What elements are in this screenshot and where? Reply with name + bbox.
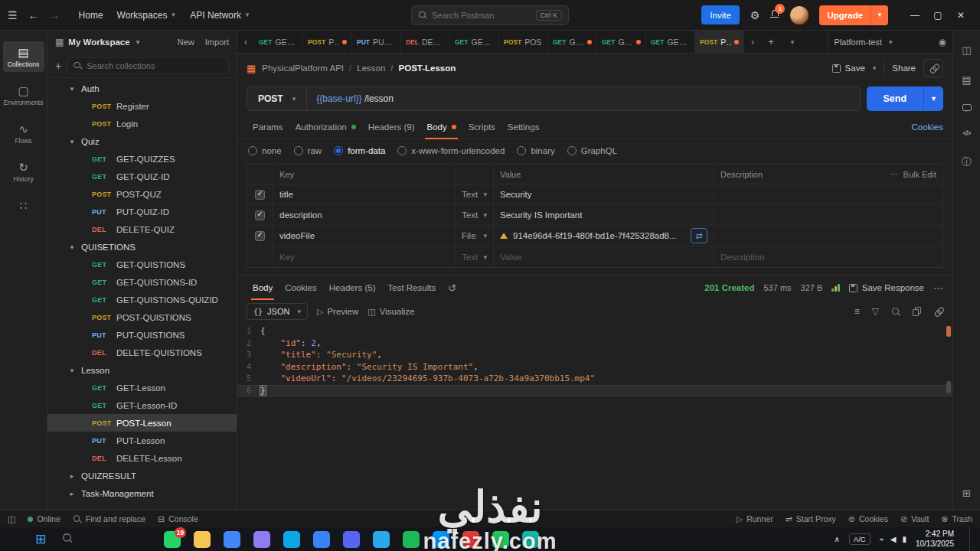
back-icon[interactable]: ←: [28, 9, 39, 21]
collection-tree-row[interactable]: GET GET-QUIZ-ID: [47, 168, 237, 185]
copy-icon[interactable]: [913, 307, 921, 316]
save-button[interactable]: Save ▾: [832, 64, 877, 73]
panel-toggle-icon[interactable]: ◫: [8, 514, 15, 524]
collection-tree-row[interactable]: Quiz: [47, 132, 237, 150]
request-tab[interactable]: PUT PUT-Q: [352, 31, 401, 53]
taskbar-app-icon[interactable]: [403, 531, 420, 548]
share-button[interactable]: Share: [892, 64, 916, 73]
new-button[interactable]: New: [178, 37, 194, 47]
titlebar-nav-item[interactable]: API Network▼: [190, 10, 250, 21]
description-cell[interactable]: [714, 205, 942, 225]
upgrade-options-icon[interactable]: ▼: [871, 5, 888, 25]
save-response-button[interactable]: Save Response: [849, 283, 924, 292]
search-in-body-icon[interactable]: [891, 307, 900, 316]
collection-tree-row[interactable]: PUT PUT-Lesson: [47, 432, 237, 449]
minimize-button[interactable]: —: [903, 0, 926, 31]
tray-overflow-icon[interactable]: ∧: [835, 535, 840, 543]
global-search[interactable]: Ctrl K: [411, 5, 569, 25]
cookies-button[interactable]: ⊜Cookies: [848, 514, 888, 524]
body-type-radio[interactable]: x-www-form-urlencoded: [397, 146, 505, 155]
taskbar-app-icon[interactable]: [462, 531, 479, 548]
method-selector[interactable]: POST ▾: [247, 87, 307, 110]
tab-options-icon[interactable]: ▾: [781, 31, 801, 53]
keyboard-layout-badge[interactable]: A/C: [849, 533, 871, 545]
send-options-icon[interactable]: ▼: [923, 86, 943, 111]
taskbar-app-icon[interactable]: [522, 531, 539, 548]
cookies-link[interactable]: Cookies: [911, 122, 943, 132]
taskbar-app-icon[interactable]: [433, 531, 449, 548]
breadcrumb-item[interactable]: Lesson: [344, 64, 385, 73]
new-collection-icon[interactable]: +: [55, 60, 61, 72]
taskbar-app-icon[interactable]: [313, 531, 330, 548]
request-tab[interactable]: POST POS: [695, 31, 744, 53]
response-tab[interactable]: Headers (5): [323, 276, 382, 300]
maximize-button[interactable]: ▢: [926, 0, 949, 31]
collection-tree-row[interactable]: POST POST-QUZ: [47, 185, 237, 203]
collection-tree-row[interactable]: GET GET-QUISTIONS: [47, 256, 237, 273]
upgrade-button[interactable]: Upgrade ▼: [819, 5, 888, 25]
rail-item[interactable]: History: [3, 156, 44, 187]
request-tab[interactable]: DEL DELET: [401, 31, 450, 53]
collection-tree-row[interactable]: GET GET-Lesson-ID: [47, 396, 237, 414]
request-section-tab[interactable]: Headers (9): [362, 115, 421, 139]
collection-tree-row[interactable]: POST POST-Lesson: [47, 414, 237, 432]
key-cell[interactable]: videoFile: [273, 226, 456, 246]
response-tab[interactable]: Cookies: [279, 276, 323, 300]
body-type-radio[interactable]: binary: [517, 146, 554, 155]
url-input[interactable]: {{base-url}} /lesson: [307, 87, 859, 110]
console-button[interactable]: ⊟Console: [158, 514, 198, 524]
vault-button[interactable]: ⊘Vault: [900, 514, 929, 524]
request-tab[interactable]: GET GET-L: [646, 31, 695, 53]
start-proxy-button[interactable]: ⇌Start Proxy: [786, 514, 836, 524]
help-icon[interactable]: ⊞: [962, 487, 971, 499]
body-type-radio[interactable]: GraphQL: [567, 146, 617, 155]
notifications-bell-icon[interactable]: 1: [770, 9, 779, 21]
collections-search-input[interactable]: [87, 61, 224, 70]
type-select[interactable]: Text▾: [456, 246, 494, 267]
rail-item[interactable]: Flows: [3, 118, 44, 148]
close-button[interactable]: ✕: [949, 0, 972, 31]
collection-tree-row[interactable]: GET GET-QUISTIONS-ID: [47, 273, 237, 291]
value-cell[interactable]: Security ⇄: [494, 184, 714, 204]
find-replace-button[interactable]: Find and replace: [73, 514, 145, 523]
editor-scrollbar[interactable]: [946, 381, 951, 393]
key-cell[interactable]: title: [273, 184, 456, 204]
response-format-selector[interactable]: {} JSON ▾: [247, 303, 308, 320]
taskbar-search-icon[interactable]: [63, 533, 72, 545]
request-section-tab[interactable]: Settings: [501, 115, 546, 139]
collection-tree-row[interactable]: PUT PUT-QUIZ-ID: [47, 203, 237, 220]
preview-button[interactable]: ▷Preview: [317, 307, 358, 317]
request-tab[interactable]: POST POS: [499, 31, 548, 53]
taskbar-app-icon[interactable]: [194, 531, 211, 548]
info-icon[interactable]: ⓘ: [962, 155, 972, 169]
description-cell[interactable]: [714, 184, 942, 204]
collection-tree-row[interactable]: Auth: [47, 80, 237, 97]
key-cell[interactable]: Key: [273, 246, 456, 267]
request-tab[interactable]: GET GET-: [548, 31, 597, 53]
rail-item[interactable]: Environments: [3, 80, 44, 110]
comments-icon[interactable]: [962, 104, 972, 111]
type-select[interactable]: Text▾: [456, 184, 494, 204]
collection-tree-row[interactable]: DEL DELETE-Lesson: [47, 449, 237, 467]
taskbar-app-icon[interactable]: 19: [164, 531, 181, 548]
bulk-edit-button[interactable]: ⋯ Bulk Edit: [890, 169, 936, 179]
collection-tree-row[interactable]: Lesson: [47, 361, 237, 379]
collections-search[interactable]: [67, 57, 229, 74]
collection-tree-row[interactable]: POST POST-QUISTIONS: [47, 308, 237, 326]
copy-link-button[interactable]: [923, 59, 943, 77]
file-select-button[interactable]: ⇄: [691, 228, 707, 243]
volume-icon[interactable]: ◀: [890, 535, 897, 543]
response-tab[interactable]: Test Results: [382, 276, 443, 300]
taskbar-app-icon[interactable]: [224, 531, 240, 548]
network-icon[interactable]: ⌁: [880, 535, 884, 543]
collection-tree-row[interactable]: GET GET-QUIZZES: [47, 150, 237, 168]
body-type-radio[interactable]: form-data: [334, 146, 385, 155]
clock[interactable]: 2:42 PM 10/13/2025: [916, 530, 954, 549]
request-tab[interactable]: GET GET-Q: [254, 31, 303, 53]
request-section-tab[interactable]: Authorization: [289, 115, 362, 139]
value-cell[interactable]: 914e96d4-6f19-480f-bd1e-7f425328ad8... ⇄: [494, 226, 714, 246]
battery-icon[interactable]: ▮: [902, 535, 906, 543]
value-cell[interactable]: Security IS Important ⇄: [494, 205, 714, 225]
rail-item[interactable]: [3, 194, 44, 217]
row-checkbox[interactable]: [255, 210, 265, 220]
